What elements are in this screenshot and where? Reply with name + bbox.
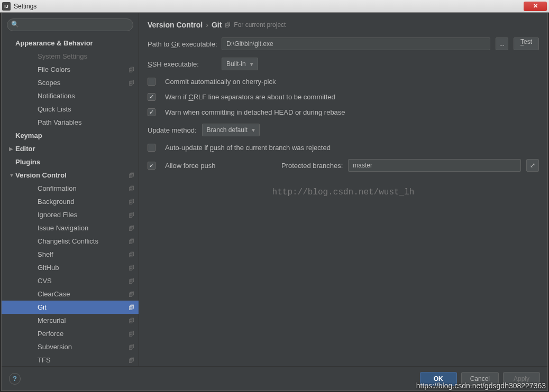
detached-label: Warn when committing in detached HEAD or…	[165, 108, 345, 116]
tree-item-label: Plugins	[15, 158, 134, 166]
tree-item-version-control[interactable]: ▼Version Control🗐	[2, 169, 139, 182]
tree-item-appearance-behavior[interactable]: Appearance & Behavior	[2, 36, 139, 50]
tree-item-path-variables[interactable]: Path Variables	[2, 116, 139, 129]
close-button[interactable]: ✕	[524, 2, 547, 11]
git-path-input[interactable]	[222, 38, 490, 50]
tree-item-label: Background	[38, 198, 126, 206]
breadcrumb-sep: ›	[206, 21, 208, 29]
tree-item-label: TFS	[38, 356, 126, 364]
tree-item-label: Quick Lists	[38, 105, 134, 113]
tree-item-label: Editor	[15, 145, 134, 153]
project-scope-icon: 🗐	[129, 357, 134, 363]
project-scope-icon: 🗐	[129, 265, 134, 271]
main-panel: Version Control › Git 🗐 For current proj…	[139, 13, 547, 366]
scope-icon: 🗐	[225, 22, 231, 28]
update-method-select[interactable]: Branch default▼	[202, 124, 260, 136]
tree-item-label: Notifications	[38, 92, 134, 100]
tree-item-cvs[interactable]: CVS🗐	[2, 274, 139, 287]
protected-branches-input[interactable]	[348, 159, 521, 172]
cancel-button[interactable]: Cancel	[461, 372, 499, 386]
tree-item-label: Scopes	[38, 79, 126, 87]
tree-item-label: Issue Navigation	[38, 224, 126, 232]
tree-item-shelf[interactable]: Shelf🗐	[2, 248, 139, 261]
test-button[interactable]: Test	[514, 38, 539, 50]
project-scope-icon: 🗐	[129, 251, 134, 258]
tree-item-system-settings[interactable]: System Settings	[2, 50, 139, 63]
tree-item-label: Git	[38, 303, 126, 311]
tree-item-git[interactable]: Git🗐	[2, 301, 139, 314]
tree-item-label: CVS	[38, 277, 126, 285]
breadcrumb-root: Version Control	[148, 21, 203, 29]
update-method-label: Update method:	[148, 126, 197, 134]
tree-item-confirmation[interactable]: Confirmation🗐	[2, 182, 139, 195]
tree-item-label: ClearCase	[38, 290, 126, 298]
tree-item-label: Keymap	[15, 132, 134, 139]
tree-item-subversion[interactable]: Subversion🗐	[2, 340, 139, 353]
tree-item-plugins[interactable]: Plugins	[2, 155, 139, 169]
project-scope-icon: 🗐	[129, 331, 134, 337]
force-push-checkbox[interactable]	[148, 162, 155, 170]
project-scope-icon: 🗐	[129, 304, 134, 311]
ssh-select[interactable]: Built-in▼	[222, 58, 258, 70]
tree-item-label: Changelist Conflicts	[38, 237, 126, 245]
project-scope-icon: 🗐	[129, 291, 134, 297]
tree-item-quick-lists[interactable]: Quick Lists	[2, 102, 139, 116]
breadcrumb-leaf: Git	[212, 21, 222, 29]
tree-item-keymap[interactable]: Keymap	[2, 129, 139, 142]
path-label: Path to Git executable:	[148, 40, 216, 48]
tree-item-clearcase[interactable]: ClearCase🗐	[2, 287, 139, 301]
chevron-down-icon: ▼	[249, 61, 254, 67]
window-title: Settings	[14, 3, 36, 10]
tree-item-editor[interactable]: ▶Editor	[2, 142, 139, 155]
detached-checkbox[interactable]	[148, 108, 155, 116]
tree-item-label: File Colors	[38, 66, 126, 73]
tree-item-label: Ignored Files	[38, 211, 126, 219]
tree-item-ignored-files[interactable]: Ignored Files🗐	[2, 208, 139, 221]
help-button[interactable]: ?	[9, 373, 21, 385]
search-input[interactable]	[7, 18, 133, 31]
expand-arrow-icon: ▼	[9, 172, 15, 178]
settings-tree[interactable]: Appearance & BehaviorSystem SettingsFile…	[2, 35, 139, 366]
ok-button[interactable]: OK	[420, 372, 457, 386]
project-scope-icon: 🗐	[129, 172, 134, 179]
cherry-pick-checkbox[interactable]	[148, 78, 155, 86]
tree-item-issue-navigation[interactable]: Issue Navigation🗐	[2, 221, 139, 235]
tree-item-scopes[interactable]: Scopes🗐	[2, 76, 139, 89]
breadcrumb-scope: For current project	[234, 21, 286, 29]
cherry-pick-label: Commit automatically on cherry-pick	[165, 78, 276, 86]
tree-item-label: GitHub	[38, 264, 126, 272]
chevron-down-icon: ▼	[251, 127, 256, 133]
tree-item-label: Subversion	[38, 343, 126, 351]
tree-item-mercurial[interactable]: Mercurial🗐	[2, 314, 139, 327]
watermark: http://blog.csdn.net/wust_lh	[272, 188, 415, 197]
settings-window: 🔍 Appearance & BehaviorSystem SettingsFi…	[1, 13, 548, 391]
project-scope-icon: 🗐	[129, 185, 134, 192]
tree-item-tfs[interactable]: TFS🗐	[2, 353, 139, 366]
protected-branches-label: Protected branches:	[281, 162, 343, 170]
force-push-label: Allow force push	[165, 162, 276, 170]
apply-button[interactable]: Apply	[503, 372, 540, 386]
browse-button[interactable]: ...	[496, 38, 508, 50]
tree-item-github[interactable]: GitHub🗐	[2, 261, 139, 274]
auto-update-checkbox[interactable]	[148, 144, 155, 152]
tree-item-background[interactable]: Background🗐	[2, 195, 139, 208]
git-settings-form: Path to Git executable: ... Test SSH exe…	[139, 34, 547, 175]
tree-item-notifications[interactable]: Notifications	[2, 89, 139, 102]
tree-item-label: Version Control	[15, 171, 126, 179]
sidebar: 🔍 Appearance & BehaviorSystem SettingsFi…	[2, 13, 139, 366]
project-scope-icon: 🗐	[129, 344, 134, 350]
dialog-button-bar: ? OK Cancel Apply	[2, 366, 547, 390]
crlf-checkbox[interactable]	[148, 93, 155, 101]
ssh-label: SSH executable:	[148, 60, 216, 68]
app-icon: IJ	[2, 2, 11, 11]
tree-item-label: Mercurial	[38, 316, 126, 324]
expand-branches-button[interactable]: ⤢	[526, 159, 539, 172]
tree-item-label: Shelf	[38, 250, 126, 258]
crlf-label: Warn if CRLF line separators are about t…	[165, 93, 335, 101]
tree-item-file-colors[interactable]: File Colors🗐	[2, 63, 139, 76]
auto-update-label: Auto-update if push of the current branc…	[165, 144, 331, 152]
tree-item-perforce[interactable]: Perforce🗐	[2, 327, 139, 340]
tree-item-changelist-conflicts[interactable]: Changelist Conflicts🗐	[2, 235, 139, 248]
project-scope-icon: 🗐	[129, 278, 134, 284]
project-scope-icon: 🗐	[129, 225, 134, 231]
